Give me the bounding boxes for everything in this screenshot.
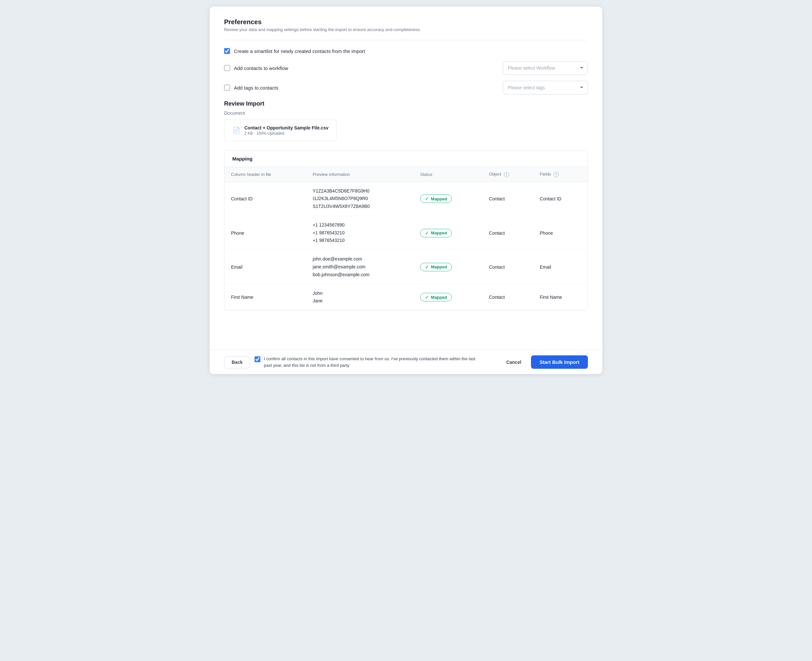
file-icon: 📄	[232, 126, 240, 134]
cell-field-2: Email	[533, 250, 588, 284]
cell-preview-0: Y1Z2A3B4C5D6E7F8G9H0I1J2K3L4M5N6O7P8Q9R0…	[306, 182, 414, 216]
workflow-row: Add contacts to workflow Please select W…	[224, 61, 588, 75]
footer-consent: I confirm all contacts in this import ha…	[255, 356, 477, 369]
consent-text: I confirm all contacts in this import ha…	[264, 356, 477, 369]
preferences-desc: Review your data and mapping settings be…	[224, 27, 588, 32]
doc-info: Contact + Opportunity Sample File.csv 2 …	[244, 125, 328, 136]
review-title: Review Import	[224, 101, 588, 107]
table-header-row: Column header in file Preview informatio…	[224, 167, 588, 182]
workflow-select[interactable]: Please select Workflow	[503, 61, 588, 75]
preferences-title: Preferences	[224, 18, 588, 26]
badge-label: Mapped	[431, 265, 447, 269]
th-column-header: Column header in file	[224, 167, 306, 182]
cell-status-0: ✓Mapped	[413, 182, 482, 216]
cell-object-2: Contact	[482, 250, 533, 284]
cell-field-3: First Name	[533, 284, 588, 310]
back-button[interactable]: Back	[224, 356, 250, 369]
th-status: Status	[413, 167, 482, 182]
cell-object-1: Contact	[482, 216, 533, 250]
status-badge: ✓Mapped	[420, 229, 452, 237]
cell-preview-1: +1 1234567890+1 9876543210+1 9876543210	[306, 216, 414, 250]
table-row: First NameJohnJane✓MappedContactFirst Na…	[224, 284, 588, 310]
mapping-section: Mapping Column header in file Preview in…	[224, 150, 588, 311]
mapping-table: Column header in file Preview informatio…	[224, 167, 588, 310]
tags-checkbox[interactable]	[224, 85, 230, 91]
review-section: Review Import Document 📄 Contact + Oppor…	[224, 101, 588, 311]
workflow-label: Add contacts to workflow	[234, 65, 288, 71]
cell-field-0: Contact ID	[533, 182, 588, 216]
cell-column-0: Contact ID	[224, 182, 306, 216]
content-area: Preferences Review your data and mapping…	[210, 6, 602, 350]
divider-1	[224, 40, 588, 40]
document-label: Document	[224, 110, 588, 116]
check-icon: ✓	[425, 265, 429, 270]
smartlist-row: Create a smartlist for newly created con…	[224, 48, 588, 54]
table-row: Emailjohn.doe@example.comjane.smith@exam…	[224, 250, 588, 284]
cell-column-2: Email	[224, 250, 306, 284]
th-fields: Fields i	[533, 167, 588, 182]
cell-object-0: Contact	[482, 182, 533, 216]
smartlist-label: Create a smartlist for newly created con…	[234, 48, 365, 54]
badge-label: Mapped	[431, 295, 447, 300]
footer: Back I confirm all contacts in this impo…	[210, 350, 602, 374]
check-icon: ✓	[425, 196, 429, 201]
badge-label: Mapped	[431, 196, 447, 201]
status-badge: ✓Mapped	[420, 293, 452, 302]
workflow-left: Add contacts to workflow	[224, 65, 288, 71]
start-bulk-import-button[interactable]: Start Bulk Import	[531, 355, 588, 369]
cell-field-1: Phone	[533, 216, 588, 250]
cell-status-2: ✓Mapped	[413, 250, 482, 284]
check-icon: ✓	[425, 230, 429, 236]
workflow-dropdown-wrapper: Please select Workflow	[503, 61, 588, 75]
cell-column-3: First Name	[224, 284, 306, 310]
tags-left: Add tags to contacts	[224, 85, 279, 91]
object-info-icon[interactable]: i	[504, 172, 509, 177]
doc-name: Contact + Opportunity Sample File.csv	[244, 125, 328, 131]
cell-preview-3: JohnJane	[306, 284, 414, 310]
cell-object-3: Contact	[482, 284, 533, 310]
tags-select[interactable]: Please select tags	[503, 81, 588, 94]
cancel-button[interactable]: Cancel	[501, 356, 526, 368]
doc-meta: 2 KB - 100% Uploaded	[244, 131, 328, 136]
cell-preview-2: john.doe@example.comjane.smith@example.c…	[306, 250, 414, 284]
badge-label: Mapped	[431, 230, 447, 235]
fields-info-icon[interactable]: i	[554, 172, 559, 177]
status-badge: ✓Mapped	[420, 263, 452, 271]
footer-left: Back I confirm all contacts in this impo…	[224, 356, 477, 369]
mapping-header: Mapping	[224, 151, 588, 167]
smartlist-checkbox[interactable]	[224, 48, 230, 54]
tags-row: Add tags to contacts Please select tags	[224, 81, 588, 94]
tags-dropdown-wrapper: Please select tags	[503, 81, 588, 94]
cell-column-1: Phone	[224, 216, 306, 250]
document-card: 📄 Contact + Opportunity Sample File.csv …	[224, 120, 336, 141]
tags-label: Add tags to contacts	[234, 85, 279, 91]
footer-right: Cancel Start Bulk Import	[501, 355, 588, 369]
cell-status-3: ✓Mapped	[413, 284, 482, 310]
table-row: Contact IDY1Z2A3B4C5D6E7F8G9H0I1J2K3L4M5…	[224, 182, 588, 216]
workflow-checkbox[interactable]	[224, 65, 230, 71]
table-row: Phone+1 1234567890+1 9876543210+1 987654…	[224, 216, 588, 250]
status-badge: ✓Mapped	[420, 195, 452, 203]
cell-status-1: ✓Mapped	[413, 216, 482, 250]
check-icon: ✓	[425, 295, 429, 300]
th-object: Object i	[482, 167, 533, 182]
consent-checkbox[interactable]	[255, 356, 260, 362]
main-container: Preferences Review your data and mapping…	[210, 6, 602, 374]
preferences-section: Preferences Review your data and mapping…	[224, 18, 588, 94]
th-preview: Preview information	[306, 167, 414, 182]
